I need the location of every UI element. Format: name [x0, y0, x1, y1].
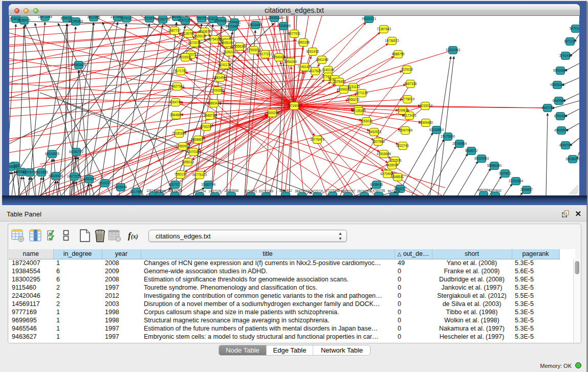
svg-text:7022674: 7022674: [143, 16, 156, 20]
svg-text:2140194: 2140194: [322, 68, 335, 72]
svg-text:2694522: 2694522: [268, 16, 281, 19]
svg-text:95899313: 95899313: [550, 83, 565, 86]
svg-text:77491435: 77491435: [297, 65, 312, 69]
svg-text:8935169: 8935169: [221, 41, 234, 45]
svg-text:4612365: 4612365: [88, 16, 100, 19]
svg-text:27778019: 27778019: [400, 97, 415, 101]
svg-text:2548511: 2548511: [391, 175, 404, 179]
svg-text:6440561: 6440561: [553, 99, 565, 102]
svg-text:4860684: 4860684: [477, 188, 490, 192]
svg-text:88320463: 88320463: [474, 157, 489, 160]
svg-text:2564689: 2564689: [170, 113, 183, 117]
svg-text:2229110: 2229110: [401, 68, 413, 71]
svg-text:30776478: 30776478: [310, 138, 325, 141]
svg-text:4842788: 4842788: [541, 106, 554, 110]
svg-text:7358113: 7358113: [182, 160, 194, 164]
svg-text:5479144: 5479144: [570, 27, 579, 30]
svg-text:68800797: 68800797: [341, 189, 356, 193]
svg-text:2016911: 2016911: [179, 55, 192, 59]
svg-text:6261415: 6261415: [307, 50, 319, 53]
svg-text:5446912: 5446912: [279, 189, 292, 192]
svg-text:28814949: 28814949: [213, 76, 228, 79]
svg-text:8536477: 8536477: [18, 18, 31, 22]
svg-text:1841248: 1841248: [316, 58, 329, 61]
svg-text:29175900: 29175900: [441, 135, 455, 138]
svg-text:81971316: 81971316: [178, 18, 193, 22]
svg-text:57553014: 57553014: [247, 48, 262, 52]
svg-text:2437026: 2437026: [209, 189, 222, 193]
svg-text:25492573: 25492573: [367, 130, 382, 134]
svg-text:5977931: 5977931: [288, 32, 301, 35]
svg-text:47295260: 47295260: [69, 19, 83, 23]
svg-text:4769795: 4769795: [373, 189, 385, 192]
svg-text:97225156: 97225156: [325, 189, 340, 192]
svg-text:7089806: 7089806: [154, 189, 166, 193]
svg-text:83863413: 83863413: [207, 101, 222, 105]
svg-text:83793389: 83793389: [259, 189, 274, 193]
svg-text:19289546: 19289546: [224, 189, 239, 192]
svg-text:2839607: 2839607: [520, 188, 533, 191]
svg-text:31682744: 31682744: [201, 183, 216, 186]
svg-text:82909480: 82909480: [419, 121, 433, 124]
svg-text:63100814: 63100814: [429, 128, 444, 132]
svg-text:47308985: 47308985: [276, 24, 291, 28]
svg-text:84252722: 84252722: [69, 150, 84, 154]
svg-text:18300295: 18300295: [265, 111, 280, 115]
svg-text:19233013: 19233013: [418, 104, 433, 107]
svg-text:28740864: 28740864: [452, 142, 467, 145]
svg-text:1120642: 1120642: [489, 189, 502, 192]
svg-text:5171761: 5171761: [175, 69, 187, 73]
svg-text:2921859: 2921859: [35, 170, 48, 174]
svg-text:7550190: 7550190: [175, 172, 187, 176]
svg-text:6229731: 6229731: [311, 189, 324, 193]
svg-text:18724007: 18724007: [287, 104, 302, 107]
svg-text:6292423: 6292423: [554, 114, 567, 118]
svg-text:38688676: 38688676: [191, 138, 206, 141]
svg-text:81016525: 81016525: [45, 152, 60, 156]
svg-text:5041154: 5041154: [193, 189, 206, 193]
svg-text:60929647: 60929647: [553, 69, 568, 72]
svg-text:8688755: 8688755: [392, 52, 405, 56]
svg-text:35556386: 35556386: [232, 45, 247, 48]
svg-text:7374122: 7374122: [120, 16, 133, 20]
svg-text:26240908: 26240908: [357, 189, 372, 193]
svg-text:24972279: 24972279: [67, 174, 82, 178]
svg-text:22201654: 22201654: [509, 179, 524, 183]
svg-text:9517485: 9517485: [130, 190, 143, 193]
svg-text:87490893: 87490893: [214, 19, 229, 23]
svg-text:65177213: 65177213: [258, 52, 273, 56]
svg-text:91030736: 91030736: [156, 17, 170, 21]
svg-text:5418934: 5418934: [115, 185, 127, 189]
svg-text:6672134: 6672134: [388, 189, 401, 193]
svg-text:42138745: 42138745: [168, 189, 183, 192]
svg-text:71367643: 71367643: [377, 27, 391, 31]
svg-text:5672073: 5672073: [188, 41, 201, 45]
svg-text:1848731: 1848731: [204, 114, 216, 117]
svg-text:38538251: 38538251: [565, 157, 579, 161]
svg-text:2375453: 2375453: [333, 80, 346, 83]
svg-text:71070189: 71070189: [186, 150, 201, 154]
svg-text:3790237: 3790237: [200, 125, 213, 128]
svg-text:1987737: 1987737: [168, 29, 181, 32]
svg-text:2130789: 2130789: [182, 32, 195, 35]
svg-text:6438436: 6438436: [371, 183, 383, 186]
svg-text:45935572: 45935572: [554, 128, 569, 132]
svg-text:47816686: 47816686: [377, 152, 391, 156]
svg-text:55540424: 55540424: [272, 55, 287, 59]
svg-text:3871230: 3871230: [564, 39, 577, 43]
svg-text:68353204: 68353204: [82, 177, 97, 181]
svg-text:95320121: 95320121: [362, 17, 377, 20]
svg-text:3741438: 3741438: [559, 54, 572, 57]
svg-text:38427073: 38427073: [295, 189, 310, 193]
svg-text:8612220: 8612220: [99, 181, 112, 185]
svg-text:44999379: 44999379: [337, 87, 352, 91]
svg-text:19736572: 19736572: [385, 39, 400, 42]
svg-text:4539704: 4539704: [559, 143, 572, 147]
svg-text:3253031: 3253031: [360, 119, 373, 123]
svg-text:66775103: 66775103: [192, 173, 207, 177]
svg-text:6022741: 6022741: [397, 144, 409, 147]
svg-text:58586340: 58586340: [487, 164, 502, 167]
svg-text:6007072: 6007072: [169, 183, 182, 186]
svg-text:3154051: 3154051: [245, 189, 257, 193]
svg-text:57683626: 57683626: [72, 63, 86, 67]
